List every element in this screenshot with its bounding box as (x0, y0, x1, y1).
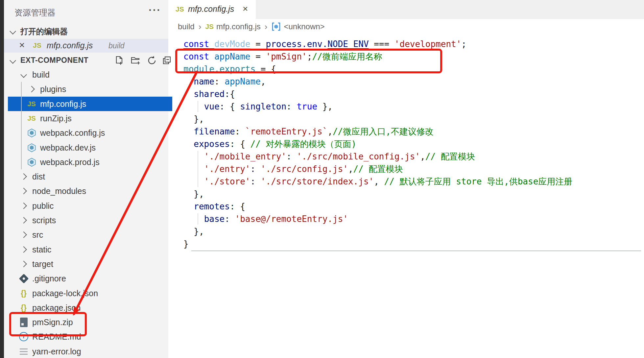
annotation-box-pmsign (9, 312, 87, 336)
breadcrumb-folder[interactable]: build (178, 22, 195, 31)
tree-item-label: runZip.js (40, 111, 72, 126)
git-icon (19, 274, 29, 283)
chevron-right-icon: › (199, 22, 202, 32)
indent-guide (198, 151, 198, 187)
collapse-all-icon[interactable] (162, 55, 172, 66)
chevron-right-icon: › (265, 22, 268, 32)
json-braces-icon: {} (21, 303, 27, 312)
tree-item-package-lock-json[interactable]: {}package-lock.json (8, 286, 172, 300)
tree-item-label: yarn-error.log (32, 344, 81, 358)
indent-guide (198, 101, 198, 112)
code-line-9[interactable]: 9 exposes: { // 对外暴露的模块（页面) (141, 138, 356, 150)
code-text[interactable]: vue: { singleton: true }, (164, 100, 333, 113)
chevron-right-icon (20, 188, 27, 194)
tree-item-label: build (32, 67, 50, 82)
tree-item-label: target (32, 257, 53, 271)
webpack-icon (27, 158, 36, 167)
tree-item-label: src (32, 227, 43, 242)
symbol-module-icon (271, 22, 281, 31)
code-text[interactable]: './store': './src/store/index.js', // 默认… (164, 175, 572, 188)
code-line-10[interactable]: 10 './mobile_entry': './src/mobile_confi… (141, 150, 475, 163)
tree-item-public[interactable]: public (8, 199, 172, 213)
open-editors-label: 打开的编辑器 (20, 26, 68, 37)
open-editor-item-mfp-config[interactable]: × JS mfp.config.js build (4, 39, 168, 53)
breadcrumb-file[interactable]: JS mfp.config.js (205, 22, 260, 31)
code-text[interactable]: exposes: { // 对外暴露的模块（页面) (164, 138, 356, 150)
chevron-right-icon (20, 173, 27, 180)
chevron-right-icon (20, 261, 27, 267)
webpack-icon (27, 129, 36, 137)
chevron-down-icon (20, 71, 27, 78)
js-file-icon: JS (176, 5, 184, 13)
tree-indent-guide (21, 82, 22, 169)
tab-mfp-config-js[interactable]: JS mfp.config.js × (168, 0, 256, 19)
chevron-right-icon (20, 246, 27, 253)
tree-item-label: mfp.config.js (40, 97, 86, 111)
chevron-right-icon (20, 203, 27, 209)
open-editors-header[interactable]: 打开的编辑器 (4, 25, 168, 38)
code-line-8[interactable]: 8 filename: `remoteEntry.js`,//微应用入口,不建议… (141, 125, 434, 138)
code-text[interactable]: name: appName, (164, 75, 266, 88)
tree-item-node-modules[interactable]: node_modules (8, 184, 172, 198)
code-text[interactable]: shared:{ (164, 88, 235, 100)
tree-item-label: plugins (40, 82, 66, 96)
editor-tab-strip: JS mfp.config.js × (168, 0, 644, 19)
more-actions-icon[interactable]: ··· (149, 4, 161, 16)
breadcrumb-symbol[interactable]: <unknown> (271, 22, 324, 31)
tree-item-label: webpack.dev.js (40, 140, 96, 155)
code-line-15[interactable]: 15 base: 'base@/remoteEntry.js' (141, 213, 348, 225)
tree-item-label: .gitignore (32, 271, 66, 286)
explorer-title: 资源管理器 (14, 7, 56, 18)
workspace-name: EXT-COMPONENT (20, 56, 88, 65)
close-icon[interactable]: × (243, 4, 248, 14)
indent-guide (198, 213, 198, 225)
refresh-icon[interactable] (147, 55, 157, 66)
chevron-down-icon (10, 57, 16, 64)
code-text[interactable]: './entry': './src/config.js',// 配置模块 (164, 163, 403, 175)
chevron-right-icon (20, 217, 27, 224)
tree-item-plugins[interactable]: plugins (8, 82, 172, 96)
tree-item-dist[interactable]: dist (8, 169, 172, 184)
tree-item-webpack-config-js[interactable]: webpack.config.js (8, 126, 172, 140)
new-file-icon[interactable] (114, 55, 124, 66)
breadcrumb-file-name: mfp.config.js (216, 22, 261, 31)
tree-item-label: webpack.prod.js (40, 155, 100, 169)
tree-item-label: node_modules (32, 184, 86, 198)
close-icon[interactable]: × (19, 39, 25, 51)
workspace-section-header[interactable]: EXT-COMPONENT (4, 54, 168, 67)
annotation-box-line2 (175, 49, 442, 73)
tree-item-src[interactable]: src (8, 227, 172, 242)
code-line-11[interactable]: 11 './entry': './src/config.js',// 配置模块 (141, 163, 403, 175)
explorer-sidebar: 资源管理器 ··· 打开的编辑器 × JS mfp.config.js buil… (4, 0, 168, 358)
code-text[interactable]: filename: `remoteEntry.js`,//微应用入口,不建议修改 (164, 125, 434, 138)
js-file-icon: JS (205, 23, 214, 31)
tree-item-static[interactable]: static (8, 242, 172, 257)
tree-item-label: scripts (32, 213, 56, 227)
tree-item--gitignore[interactable]: .gitignore (8, 271, 172, 286)
js-file-icon: JS (27, 114, 36, 122)
webpack-icon (27, 143, 36, 152)
tree-item-label: static (32, 242, 51, 257)
tree-item-label: package-lock.json (32, 286, 98, 300)
json-braces-icon: {} (21, 289, 27, 298)
tree-item-mfp-config-js[interactable]: JSmfp.config.js (8, 97, 172, 111)
chevron-right-icon (20, 231, 27, 238)
code-text[interactable]: './mobile_entry': './src/mobile_config.j… (164, 150, 475, 163)
tree-item-target[interactable]: target (8, 257, 172, 271)
tree-item-build[interactable]: build (8, 67, 172, 82)
code-text[interactable]: remotes: { (164, 200, 245, 213)
tree-item-webpack-dev-js[interactable]: webpack.dev.js (8, 140, 172, 155)
code-text[interactable]: base: 'base@/remoteEntry.js' (164, 213, 348, 225)
js-file-icon: JS (33, 41, 41, 49)
tree-item-webpack-prod-js[interactable]: webpack.prod.js (8, 155, 172, 169)
tree-item-runzip-js[interactable]: JSrunZip.js (8, 111, 172, 126)
tab-title: mfp.config.js (188, 4, 234, 14)
breadcrumb-symbol-name: <unknown> (284, 22, 324, 31)
code-line-12[interactable]: 12 './store': './src/store/index.js', //… (141, 175, 572, 188)
tree-item-yarn-error-log[interactable]: yarn-error.log (8, 344, 172, 358)
new-folder-icon[interactable] (130, 55, 141, 66)
chevron-down-icon (10, 28, 16, 35)
tree-item-scripts[interactable]: scripts (8, 213, 172, 227)
open-editor-file-detail: build (108, 41, 125, 50)
js-file-icon: JS (27, 100, 36, 108)
